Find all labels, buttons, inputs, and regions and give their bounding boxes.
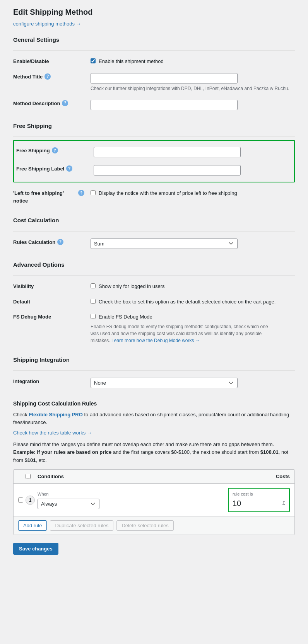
fs-debug-checkbox[interactable] [91,314,96,319]
rules-intro-text: Check Flexible Shipping PRO to add advan… [13,411,295,426]
method-description-label: Method Description [13,100,60,107]
advanced-options-title: Advanced Options [13,261,295,271]
shipping-integration-title: Shipping Integration [13,356,295,366]
visibility-checkbox-label: Show only for logged in users [99,283,165,290]
rules-actions: Add rule Duplicate selected rules Delete… [14,516,294,535]
delete-rules-button: Delete selected rules [116,520,173,531]
general-settings-title: General Settings [13,36,295,46]
free-shipping-section-title: Free Shipping [13,122,295,132]
rules-table-link[interactable]: Check how the rules table works → [13,430,92,436]
default-checkbox[interactable] [91,299,96,304]
method-title-description: Check our further shipping integrations … [91,85,295,92]
cost-value: 10 [233,497,241,509]
method-title-label: Method Title [13,73,43,81]
method-description-help-icon[interactable]: ? [62,100,68,106]
duplicate-rules-button: Duplicate selected rules [50,520,113,531]
visibility-label: Visibility [13,283,34,289]
integration-select[interactable]: None [91,378,238,388]
enable-disable-checkbox-label: Enable this shipment method [99,58,164,65]
flexible-shipping-link[interactable]: Flexible Shipping PRO [29,412,82,417]
free-shipping-label: Free Shipping [16,147,50,155]
row-checkbox[interactable] [18,497,23,503]
free-shipping-help-icon[interactable]: ? [52,147,58,153]
free-shipping-input[interactable]: 200 [94,147,241,157]
free-shipping-label-input[interactable]: FREE SHIPPING [94,165,241,175]
add-rule-button[interactable]: Add rule [18,520,47,531]
rules-calculation-label: Rules Calculation [13,239,55,246]
rules-notice: Please mind that the ranges you define m… [13,441,295,465]
cost-currency: £ [282,499,285,507]
select-all-checkbox[interactable] [26,474,31,479]
conditions-header: Conditions [38,473,164,480]
condition-cell: When Always [38,491,164,509]
condition-select[interactable]: Always [38,499,99,509]
free-shipping-label-label: Free Shipping Label [16,165,64,173]
rules-table-header: Conditions Costs [14,470,294,484]
fs-debug-label: FS Debug Mode [13,314,51,320]
shipping-cost-rules-title: Shipping Cost Calculation Rules [13,400,295,408]
table-row: 1 When Always rule cost is 10 [14,484,294,516]
enable-disable-checkbox[interactable] [91,58,96,63]
integration-label: Integration [13,378,39,384]
fs-debug-description: Enable FS debug mode to verify the shipp… [91,323,276,344]
configure-link[interactable]: configure shipping methods → [13,21,81,27]
page-title: Edit Shipping Method [13,6,295,18]
method-description-input[interactable] [91,100,238,110]
save-changes-button[interactable]: Save changes [13,543,58,555]
row-number: 1 [26,496,35,505]
visibility-checkbox[interactable] [91,283,96,288]
when-label: When [38,491,164,497]
free-shipping-label-help-icon[interactable]: ? [66,165,72,172]
method-title-input[interactable]: Flat rate [91,73,238,83]
left-free-shipping-checkbox[interactable] [91,190,96,195]
cost-box: rule cost is 10 £ [228,488,290,512]
left-free-shipping-help-icon[interactable]: ? [78,190,84,196]
cost-label: rule cost is [233,491,285,497]
rules-calculation-select[interactable]: Sum Maximum Minimum [91,239,238,249]
method-title-help-icon[interactable]: ? [44,73,51,80]
default-label: Default [13,299,30,305]
fs-debug-checkbox-label: Enable FS Debug Mode [99,313,152,321]
left-free-shipping-label: 'Left to free shipping' notice [13,189,76,204]
left-free-shipping-checkbox-label: Display the notice with the amount of pr… [99,189,237,197]
costs-header: Costs [164,473,290,480]
rules-calculation-help-icon[interactable]: ? [57,239,63,245]
rules-table: Conditions Costs 1 When Always [13,469,295,535]
cost-cell: rule cost is 10 £ [164,488,290,512]
default-checkbox-label: Check the box to set this option as the … [99,298,275,306]
enable-disable-label: Enable/Disable [13,58,49,65]
fs-debug-link[interactable]: Learn more how the Debug Mode works → [111,338,200,343]
cost-calculation-title: Cost Calculation [13,216,295,227]
